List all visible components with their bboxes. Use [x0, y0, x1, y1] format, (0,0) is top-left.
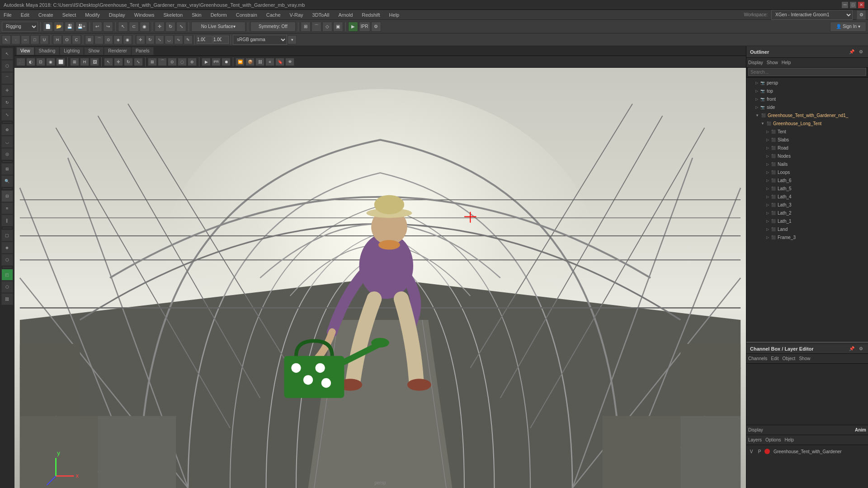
snap-curve-button[interactable]: ⌒	[311, 22, 321, 32]
rotate-btn[interactable]: ↻	[1, 97, 13, 108]
scale-btn[interactable]: ⤡	[1, 109, 13, 121]
rigging-btn[interactable]: ⛓	[1, 293, 13, 305]
frame-input[interactable]	[213, 36, 229, 44]
outliner-item-land[interactable]: ▷ ⬛ Land	[746, 225, 868, 233]
vp-snap-grid2-btn[interactable]: ⊞	[148, 58, 157, 66]
scale2-btn[interactable]: ⤡	[155, 35, 164, 44]
vp-anim-btn[interactable]: ⏩	[236, 58, 245, 66]
vp-render-btn[interactable]: ▶	[202, 58, 211, 66]
layer-menu-options[interactable]: Options	[765, 437, 781, 442]
close-button[interactable]: ✕	[858, 2, 864, 8]
zoom-btn[interactable]: 🔍	[1, 175, 13, 187]
3d-viewport[interactable]: x y persp	[14, 68, 746, 488]
layer-p-btn[interactable]: P	[756, 449, 763, 454]
lasso-tool-button[interactable]: ⊂	[129, 22, 139, 32]
outliner-item-lath4[interactable]: ▷ ⬛ Lath_4	[746, 192, 868, 201]
outliner-search-input[interactable]	[748, 68, 866, 76]
menu-cache[interactable]: Cache	[264, 11, 283, 19]
show-manip-btn[interactable]: ◎	[1, 148, 13, 160]
no-live-surface-button[interactable]: No Live Surface ▾	[191, 22, 245, 32]
vp-snap-curve2-btn[interactable]: ⌒	[158, 58, 167, 66]
redo-button[interactable]: ↪	[103, 22, 113, 32]
snap-grid-button[interactable]: ⊞	[301, 22, 311, 32]
viewport-tab-panels[interactable]: Panels	[132, 47, 154, 55]
select-btn[interactable]: ↖	[1, 48, 13, 60]
component-btn[interactable]: C	[72, 35, 81, 44]
soft-mod-btn[interactable]: ◡	[1, 136, 13, 148]
viewport-tab-lighting[interactable]: Lighting	[60, 47, 84, 55]
paint-tool-button[interactable]: ◉	[140, 22, 150, 32]
symmetry-button[interactable]: Symmetry: Off	[250, 22, 296, 32]
paint-weights-btn[interactable]: ⬡	[1, 60, 13, 72]
layer-btn[interactable]: ◰	[1, 269, 13, 281]
menu-display[interactable]: Display	[107, 11, 127, 19]
vp-rotate2-btn[interactable]: ↻	[124, 58, 133, 66]
outliner-item-front[interactable]: ▷ 📷 front	[746, 95, 868, 103]
undo-button[interactable]: ↩	[92, 22, 102, 32]
minimize-button[interactable]: ─	[842, 2, 848, 8]
layer-tab-anim[interactable]: Anim	[855, 427, 866, 432]
viewport-tab-view[interactable]: View	[16, 47, 34, 55]
vp-snap-pt2-btn[interactable]: ⊙	[168, 58, 177, 66]
sign-in-button[interactable]: 👤 Sign In ▾	[830, 22, 866, 32]
vp-cache-btn[interactable]: 📦	[245, 58, 255, 66]
render-region-btn[interactable]: ▢	[1, 230, 13, 241]
outliner-item-side[interactable]: ▷ 📷 side	[746, 103, 868, 111]
vp-render-seq-btn[interactable]: ⏺	[222, 58, 231, 66]
vp-isolate-btn[interactable]: ⊛	[188, 58, 197, 66]
outliner-pin-btn[interactable]: 📌	[848, 48, 855, 56]
layer-menu-help[interactable]: Help	[784, 437, 794, 442]
vp-camera-btn[interactable]: 🎥	[16, 58, 25, 66]
cb-tab-channels[interactable]: Channels	[748, 356, 767, 361]
outliner-item-lath6[interactable]: ▷ ⬛ Lath_6	[746, 176, 868, 184]
vp-select-btn[interactable]: ↖	[104, 58, 113, 66]
rotate-tool-button[interactable]: ↻	[165, 22, 175, 32]
snap-view-btn2[interactable]: ◈	[113, 35, 123, 44]
vp-rigging-btn[interactable]: ⛓	[255, 58, 264, 66]
outliner-item-nodes[interactable]: ▷ ⬛ Nodes	[746, 152, 868, 160]
render-button[interactable]: ▶	[348, 22, 358, 32]
cb-tab-edit[interactable]: Edit	[771, 356, 778, 361]
render-settings-button[interactable]: ⚙	[371, 22, 381, 32]
menu-arnold[interactable]: Arnold	[336, 11, 354, 19]
move-tool-button[interactable]: ✛	[155, 22, 165, 32]
paint-sel-btn[interactable]: ✎	[184, 35, 193, 44]
menu-file[interactable]: File	[2, 11, 14, 19]
outliner-item-persp[interactable]: ▷ 📷 persp	[746, 79, 868, 87]
node-editor-btn[interactable]: ⬡	[1, 254, 13, 266]
outliner-item-loops[interactable]: ▷ ⬛ Loops	[746, 168, 868, 176]
viewport-tab-renderer[interactable]: Renderer	[104, 47, 131, 55]
open-file-button[interactable]: 📂	[54, 22, 64, 32]
colorspace-select[interactable]: sRGB gamma	[233, 35, 287, 45]
viewport-tab-shading[interactable]: Shading	[35, 47, 60, 55]
face-mode-btn[interactable]: □	[30, 35, 39, 44]
menu-create[interactable]: Create	[37, 11, 55, 19]
hierarchy-btn[interactable]: H	[53, 35, 62, 44]
vp-xray-btn[interactable]: ◌	[178, 58, 187, 66]
vp-hud-btn[interactable]: H	[80, 58, 89, 66]
menu-constrain[interactable]: Constrain	[234, 11, 259, 19]
outliner-item-greenhouse-long[interactable]: ▼ ⬛ Greenhouse_Long_Tent	[746, 119, 868, 127]
sculpt-btn[interactable]: ∿	[174, 35, 183, 44]
soft-sel-btn[interactable]: ◡	[165, 35, 174, 44]
xgen-btn[interactable]: ⬡	[1, 281, 13, 293]
snap-pt-btn2[interactable]: ⊙	[104, 35, 113, 44]
object-btn[interactable]: O	[62, 35, 71, 44]
new-file-button[interactable]: 📄	[43, 22, 53, 32]
outliner-item-road[interactable]: ▷ ⬛ Road	[746, 144, 868, 152]
vp-ipr-btn[interactable]: IPR	[212, 58, 221, 66]
menu-select[interactable]: Select	[61, 11, 78, 19]
save-file-button[interactable]: 💾	[65, 22, 75, 32]
menu-edit[interactable]: Edit	[19, 11, 31, 19]
vp-crease-btn[interactable]: ≡	[265, 58, 274, 66]
snap-curve-btn2[interactable]: ⌒	[94, 35, 104, 44]
grid-btn[interactable]: ⊟	[1, 190, 13, 202]
vp-image-plane-btn[interactable]: 🖼	[90, 58, 99, 66]
outliner-item-tent[interactable]: ▷ ⬛ Tent	[746, 127, 868, 136]
lasso-btn[interactable]: ⌒	[1, 72, 13, 84]
outliner-tab-help[interactable]: Help	[782, 60, 791, 65]
workspace-settings[interactable]: ⚙	[856, 10, 866, 20]
maximize-button[interactable]: □	[850, 2, 856, 8]
universal-btn[interactable]: ⊕	[1, 124, 13, 136]
menu-modify[interactable]: Modify	[83, 11, 101, 19]
